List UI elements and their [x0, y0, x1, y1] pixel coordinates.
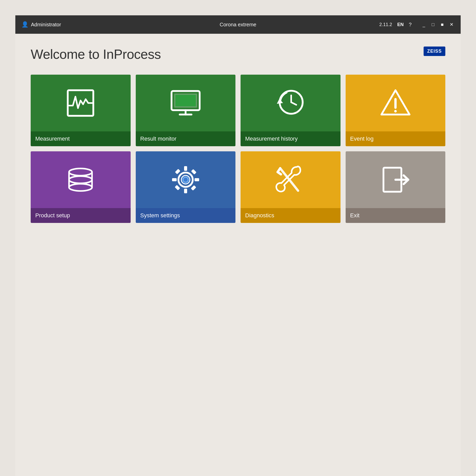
tile-system-settings[interactable]: System settings — [136, 151, 236, 223]
tiles-grid: Measurement — [31, 75, 445, 223]
language-label[interactable]: EN — [397, 22, 404, 27]
svg-line-32 — [280, 168, 298, 191]
bottom-space — [31, 223, 445, 463]
tile-product-setup[interactable]: Product setup — [31, 151, 131, 223]
tile-exit-label-area: Exit — [346, 208, 446, 223]
username-label: Administrator — [31, 22, 61, 28]
zeiss-logo: ZEISS — [424, 47, 445, 56]
tile-measurement-icon-area — [31, 75, 131, 131]
welcome-header: Welcome to InProcess ZEISS — [31, 47, 445, 62]
monitor-icon — [169, 86, 202, 120]
tile-measurement-history-label-area: Measurement history — [241, 131, 341, 146]
svg-rect-5 — [175, 95, 196, 106]
tile-system-settings-label-area: System settings — [136, 208, 236, 223]
help-button[interactable]: ? — [409, 22, 412, 28]
title-bar-right: 2.11.2 EN ? _ □ ■ ✕ — [310, 22, 455, 28]
tile-diagnostics-label: Diagnostics — [245, 212, 274, 219]
tile-product-setup-label-area: Product setup — [31, 208, 131, 223]
tile-system-settings-icon-area — [136, 151, 236, 208]
svg-rect-24 — [172, 178, 177, 181]
svg-rect-23 — [184, 189, 187, 193]
title-bar-left: 👤 Administrator — [21, 21, 166, 28]
svg-point-12 — [394, 110, 397, 112]
svg-line-8 — [291, 102, 296, 105]
svg-rect-29 — [191, 169, 196, 174]
waveform-icon — [64, 86, 97, 120]
tile-measurement[interactable]: Measurement — [31, 75, 131, 146]
tile-result-monitor-label-area: Result monitor — [136, 131, 236, 146]
tile-product-setup-icon-area — [31, 151, 131, 208]
restore-button[interactable]: □ — [430, 22, 436, 27]
svg-rect-27 — [191, 185, 196, 190]
tile-exit-icon-area — [346, 151, 446, 208]
tile-result-monitor-icon-area — [136, 75, 236, 131]
gear-icon — [169, 163, 202, 196]
tile-measurement-history-icon-area — [241, 75, 341, 131]
tile-product-setup-label: Product setup — [35, 212, 70, 219]
app-area: Welcome to InProcess ZEISS Measurement — [15, 34, 461, 476]
tile-exit-label: Exit — [350, 212, 360, 219]
tools-icon — [274, 163, 307, 196]
minimize-button[interactable]: _ — [421, 22, 427, 27]
maximize-button[interactable]: ■ — [439, 22, 445, 27]
page-title: Welcome to InProcess — [31, 47, 161, 62]
title-bar: 👤 Administrator Corona extreme 2.11.2 EN… — [15, 15, 461, 34]
tile-measurement-label: Measurement — [35, 135, 70, 142]
tile-event-log-label: Event log — [350, 135, 374, 142]
svg-rect-28 — [175, 185, 180, 190]
tile-diagnostics-icon-area — [241, 151, 341, 208]
svg-marker-9 — [277, 99, 283, 104]
svg-rect-25 — [195, 178, 199, 181]
history-icon — [274, 86, 307, 120]
tile-diagnostics[interactable]: Diagnostics — [241, 151, 341, 223]
exit-icon — [379, 163, 412, 196]
tile-exit[interactable]: Exit — [346, 151, 446, 223]
tile-result-monitor-label: Result monitor — [140, 135, 177, 142]
svg-rect-22 — [184, 166, 187, 171]
tile-event-log-label-area: Event log — [346, 131, 446, 146]
user-icon: 👤 — [21, 21, 28, 28]
svg-point-13 — [69, 168, 92, 176]
database-icon — [64, 163, 97, 196]
tile-measurement-history[interactable]: Measurement history — [241, 75, 341, 146]
svg-point-16 — [69, 176, 92, 183]
tile-diagnostics-label-area: Diagnostics — [241, 208, 341, 223]
tile-event-log[interactable]: Event log — [346, 75, 446, 146]
svg-rect-26 — [175, 169, 180, 174]
version-label: 2.11.2 — [379, 22, 392, 27]
title-bar-center: Corona extreme — [166, 22, 310, 28]
tile-measurement-label-area: Measurement — [31, 131, 131, 146]
tile-event-log-icon-area — [346, 75, 446, 131]
svg-line-34 — [278, 172, 281, 174]
app-name-label: Corona extreme — [220, 22, 256, 27]
tile-measurement-history-label: Measurement history — [245, 135, 298, 142]
tile-system-settings-label: System settings — [140, 212, 180, 219]
outer-chrome: 👤 Administrator Corona extreme 2.11.2 EN… — [0, 0, 476, 476]
warning-icon — [379, 86, 412, 120]
svg-point-19 — [69, 184, 92, 191]
tile-result-monitor[interactable]: Result monitor — [136, 75, 236, 146]
window-controls: _ □ ■ ✕ — [421, 22, 455, 27]
close-button[interactable]: ✕ — [448, 22, 455, 27]
